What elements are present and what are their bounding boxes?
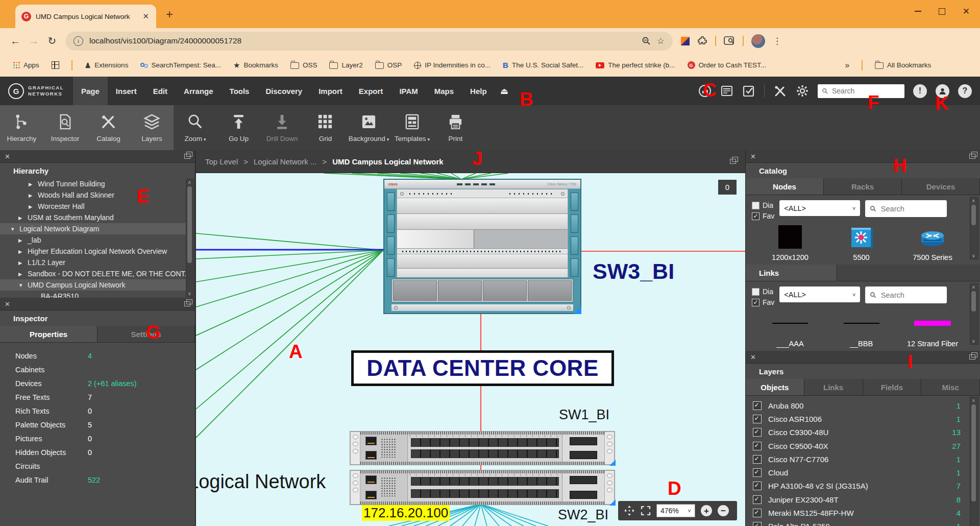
catalog-item-1200x1200[interactable]: 1200x1200	[760, 225, 820, 261]
catalog-tab[interactable]: Nodes	[746, 178, 824, 195]
layer-row[interactable]: Cisco ASR10061	[746, 412, 980, 425]
tree-expand-icon[interactable]: ▶	[29, 193, 34, 198]
layers-tab[interactable]: Links	[804, 379, 863, 395]
reports-icon[interactable]	[720, 84, 733, 98]
resize-handle[interactable]	[609, 460, 616, 466]
layers-tab[interactable]: Misc	[921, 379, 980, 395]
layer-row[interactable]: Palo Alto PA-52501	[746, 520, 980, 526]
tree-item[interactable]: ▼UMD Campus Logical Network	[0, 279, 188, 291]
bookmark-grid-icon[interactable]	[52, 61, 59, 69]
close-panel-icon[interactable]: ✕	[5, 301, 10, 307]
window-minimize-button[interactable]	[915, 11, 921, 12]
layers-tab[interactable]: Objects	[746, 379, 804, 395]
reload-button[interactable]: ↻	[43, 32, 61, 50]
collapse-ribbon-icon[interactable]: ⏏	[495, 77, 513, 105]
menu-item[interactable]: Arrange	[176, 77, 222, 105]
catalog-tab[interactable]: Racks	[824, 178, 902, 195]
checkbox-checked-icon[interactable]	[753, 401, 762, 410]
address-bar[interactable]: i localhost/vis100/Diagram/2400000005172…	[65, 32, 673, 51]
menu-item[interactable]: Insert	[108, 77, 145, 105]
device-sw2[interactable]	[350, 470, 615, 505]
checkbox-checked-icon[interactable]	[753, 415, 762, 423]
checkbox-checked-icon[interactable]	[753, 522, 762, 526]
menu-item[interactable]: Export	[351, 77, 391, 105]
window-close-button[interactable]: ✕	[963, 7, 970, 16]
bookmarks-overflow-chevron[interactable]: »	[845, 61, 849, 70]
menu-item[interactable]: Edit	[145, 77, 176, 105]
pinned-extension-icon[interactable]	[681, 37, 690, 45]
tree-expand-icon[interactable]: ▼	[10, 226, 16, 232]
checkbox-checked-icon[interactable]	[752, 212, 760, 220]
links-search[interactable]	[865, 286, 947, 303]
menu-item[interactable]: Page	[73, 77, 108, 105]
popout-panel-icon[interactable]	[730, 159, 736, 164]
layer-row[interactable]: Cisco C9500-40X27	[746, 439, 980, 452]
bookmark-folder-osp[interactable]: OSP	[375, 61, 402, 69]
menu-item[interactable]: Help	[462, 77, 495, 105]
close-panel-icon[interactable]: ✕	[750, 354, 756, 361]
device-sw3-chassis[interactable]: cisco Cisco Nexus 7700	[383, 179, 581, 314]
tree-item[interactable]: ▶_lab	[0, 234, 188, 246]
tree-expand-icon[interactable]: ▶	[18, 271, 24, 277]
layer-row[interactable]: Cisco C9300-48U13	[746, 426, 980, 439]
layers-tab[interactable]: Fields	[863, 379, 922, 395]
zoom-page-icon[interactable]	[642, 36, 651, 45]
links-type-select[interactable]: <ALL>˅	[779, 286, 860, 302]
tree-item[interactable]: ▶Woods Hall and Skinner	[0, 189, 188, 201]
catalog-item-7500-series[interactable]: 7500 Series	[902, 225, 963, 261]
bookmark-folder-oss[interactable]: OSS	[290, 61, 317, 69]
extensions-puzzle-icon[interactable]	[697, 36, 707, 46]
label-sw1[interactable]: SW1_BI	[559, 407, 609, 423]
checkbox-unchecked-icon[interactable]	[752, 202, 760, 209]
bookmark-youtube[interactable]: The perfect strike (b...	[596, 61, 675, 69]
checkbox-unchecked-icon[interactable]	[752, 288, 760, 296]
back-button[interactable]: ←	[6, 32, 24, 50]
toolbar-go-up-button[interactable]: Go Up	[217, 105, 260, 150]
resize-handle[interactable]	[574, 306, 581, 314]
tree-item[interactable]: ▼Logical Network Diagram	[0, 223, 188, 234]
layer-row[interactable]: Juniper EX2300-48T8	[746, 493, 980, 506]
tree-expand-icon[interactable]: ▶	[18, 260, 24, 266]
links-section-tab[interactable]: Links	[746, 265, 837, 281]
diagram-canvas[interactable]: 0 cisco Cisco Nexus 7700	[196, 173, 745, 526]
toolbar-templates-button[interactable]: Templates▾	[390, 105, 434, 150]
label-ip-address[interactable]: 172.16.20.100	[362, 505, 450, 521]
tree-item[interactable]: BA-AR3510	[0, 291, 188, 298]
browser-tab[interactable]: G UMD Campus Logical Network ✕	[15, 5, 156, 28]
catalog-link-aaa[interactable]: ___AAA	[760, 312, 820, 348]
layer-row[interactable]: Cloud1	[746, 466, 980, 479]
settings-gear-icon[interactable]	[796, 84, 809, 98]
layer-row[interactable]: Cisco N77-C77061	[746, 452, 980, 466]
catalog-tab[interactable]: Devices	[902, 178, 980, 195]
zoom-out-button[interactable]: −	[718, 505, 729, 516]
checkbox-checked-icon[interactable]	[753, 509, 762, 517]
tree-item[interactable]: ▶Higher Education Logical Network Overvi…	[0, 246, 188, 257]
layer-row[interactable]: HP A3100-48 v2 SI (JG315A)7	[746, 480, 980, 493]
menu-item[interactable]: Tools	[222, 77, 258, 105]
tab-close-icon[interactable]: ✕	[141, 12, 150, 21]
catalog-link-12-strand-fiber[interactable]: 12 Strand Fiber	[902, 312, 963, 348]
fit-to-screen-icon[interactable]	[641, 506, 651, 516]
toolbar-hierarchy-button[interactable]: Hierarchy	[0, 105, 43, 150]
toolbar-background-button[interactable]: Background▾	[347, 105, 390, 150]
hierarchy-scrollbar[interactable]	[186, 179, 194, 297]
bookmark-folder-layer2[interactable]: Layer2	[329, 61, 362, 69]
bookmark-ip-indemnities[interactable]: IP Indemnities in co...	[414, 61, 491, 69]
all-bookmarks[interactable]: All Bookmarks	[875, 61, 931, 69]
tree-expand-icon[interactable]: ▼	[18, 282, 24, 288]
tree-expand-icon[interactable]: ▶	[18, 237, 24, 243]
zoom-level-select[interactable]: 476%˅	[656, 504, 695, 517]
toolbar-print-button[interactable]: Print	[434, 105, 477, 150]
tree-expand-icon[interactable]: ▶	[29, 204, 34, 209]
bookmark-bookmarks[interactable]: ★Bookmarks	[233, 61, 278, 70]
dia-checkbox[interactable]: Dia	[752, 288, 774, 296]
tree-item[interactable]: ▶Wind Tunnel Building	[0, 178, 188, 189]
layer-row[interactable]: Meraki MS125-48FP-HW4	[746, 506, 980, 519]
breadcrumb-item[interactable]: Logical Network ...	[254, 157, 316, 166]
inspector-tab[interactable]: Properties	[0, 326, 97, 342]
toolbar-layers-button[interactable]: Layers	[130, 105, 174, 150]
forward-button[interactable]: →	[24, 32, 43, 50]
help-icon[interactable]: ?	[958, 84, 972, 98]
menu-item[interactable]: IPAM	[391, 77, 426, 105]
breadcrumb-item[interactable]: Top Level	[205, 157, 238, 166]
